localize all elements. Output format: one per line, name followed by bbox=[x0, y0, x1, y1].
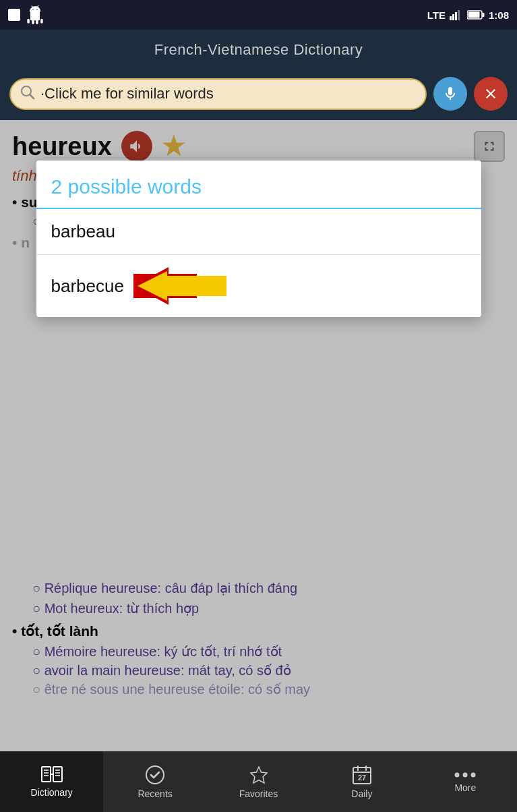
book-icon bbox=[40, 765, 63, 784]
nav-dictionary-label: Dictionary bbox=[31, 787, 73, 798]
svg-point-26 bbox=[463, 773, 468, 778]
time-display: 1:08 bbox=[489, 9, 509, 21]
calendar-icon: 27 bbox=[351, 764, 373, 786]
app-header: French-Vietnamese Dictionary bbox=[0, 30, 517, 70]
status-bar: LTE 1:08 bbox=[0, 0, 517, 30]
svg-line-8 bbox=[30, 94, 34, 98]
modal-item-label-1: barbecue bbox=[51, 276, 124, 297]
close-icon bbox=[483, 86, 499, 102]
search-icon bbox=[20, 85, 35, 103]
svg-point-18 bbox=[146, 766, 164, 784]
svg-point-27 bbox=[471, 773, 476, 778]
app-title: French-Vietnamese Dictionary bbox=[154, 41, 363, 59]
arrow-indicator bbox=[133, 267, 226, 305]
svg-rect-3 bbox=[458, 10, 460, 20]
nav-daily-label: Daily bbox=[351, 788, 372, 799]
svg-rect-5 bbox=[468, 12, 479, 18]
android-icon bbox=[26, 5, 44, 24]
content-area: heureux ★ tính từ • sung sướng, hạnh phú… bbox=[0, 120, 517, 751]
modal-header: 2 possible words bbox=[36, 161, 481, 209]
svg-rect-9 bbox=[42, 767, 51, 782]
svg-rect-6 bbox=[482, 13, 484, 17]
modal-item-1[interactable]: barbecue bbox=[36, 255, 481, 317]
mic-icon bbox=[442, 86, 458, 102]
star-nav-icon bbox=[248, 764, 270, 786]
nav-more-label: More bbox=[454, 782, 476, 793]
check-circle-icon bbox=[144, 764, 166, 786]
nav-favorites[interactable]: Favorites bbox=[207, 751, 310, 812]
svg-text:27: 27 bbox=[358, 774, 366, 782]
svg-rect-2 bbox=[455, 12, 457, 20]
signal-icon bbox=[450, 9, 463, 20]
svg-rect-1 bbox=[452, 14, 454, 20]
svg-rect-0 bbox=[450, 16, 452, 20]
nav-daily[interactable]: 27 Daily bbox=[310, 751, 413, 812]
sim-icon bbox=[8, 9, 20, 21]
svg-point-25 bbox=[455, 773, 460, 778]
mic-button[interactable] bbox=[433, 77, 467, 111]
modal-item-label-0: barbeau bbox=[51, 221, 115, 242]
search-bar bbox=[0, 70, 517, 120]
search-input-wrapper[interactable] bbox=[9, 78, 427, 110]
modal-title: 2 possible words bbox=[51, 175, 202, 198]
nav-favorites-label: Favorites bbox=[239, 788, 278, 799]
nav-recents-label: Recents bbox=[138, 788, 172, 799]
status-right: LTE 1:08 bbox=[427, 9, 509, 21]
nav-more[interactable]: More bbox=[414, 751, 517, 812]
search-input[interactable] bbox=[40, 85, 416, 103]
dots-icon bbox=[454, 770, 476, 780]
modal-dialog: 2 possible words barbeau barbecue bbox=[36, 161, 481, 317]
battery-icon bbox=[467, 10, 485, 20]
svg-rect-10 bbox=[53, 767, 62, 782]
lte-badge: LTE bbox=[427, 9, 446, 21]
svg-marker-19 bbox=[251, 767, 267, 783]
clear-button[interactable] bbox=[474, 77, 508, 111]
status-left bbox=[8, 5, 44, 24]
modal-overlay[interactable]: 2 possible words barbeau barbecue bbox=[0, 120, 517, 751]
nav-dictionary[interactable]: Dictionary bbox=[0, 751, 103, 812]
nav-recents[interactable]: Recents bbox=[103, 751, 206, 812]
bottom-nav: Dictionary Recents Favorites 27 Daily Mo bbox=[0, 751, 517, 812]
modal-item-0[interactable]: barbeau bbox=[36, 209, 481, 255]
